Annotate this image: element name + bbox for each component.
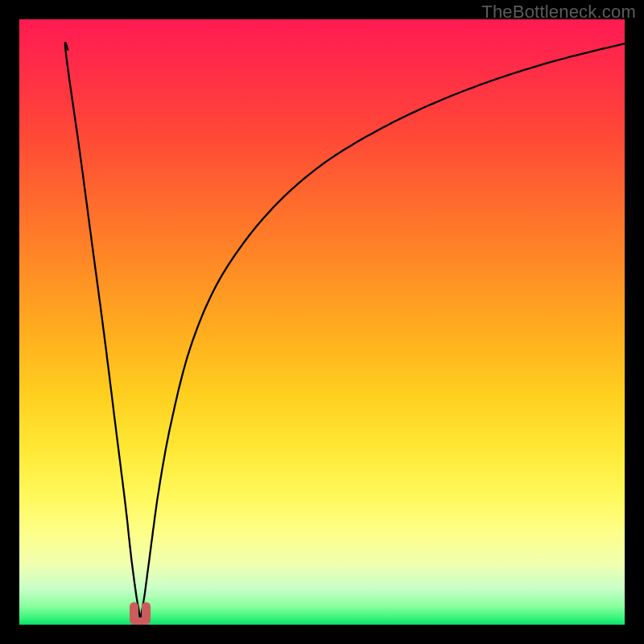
bottleneck-curve <box>19 19 625 625</box>
marker-bottom-stroke <box>130 617 150 625</box>
plot-area <box>19 19 625 625</box>
optimum-marker <box>129 602 151 625</box>
chart-frame: TheBottleneck.com <box>0 0 644 644</box>
